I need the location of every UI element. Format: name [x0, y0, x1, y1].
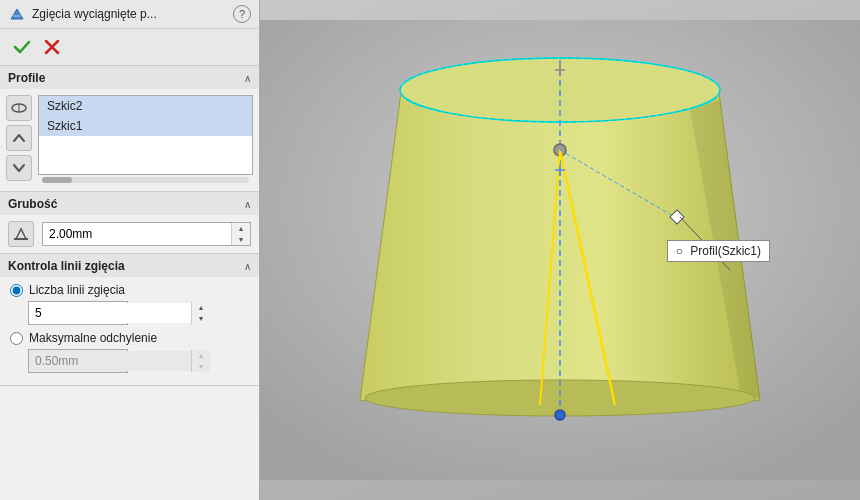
kontrola-section-title: Kontrola linii zgięcia	[8, 259, 125, 273]
shape-icon	[8, 5, 26, 23]
profile-section-title: Profile	[8, 71, 45, 85]
help-icon[interactable]: ?	[233, 5, 251, 23]
grubose-section: Grubość ∧ ▲ ▼	[0, 192, 259, 254]
thickness-down-button[interactable]: ▼	[232, 234, 250, 245]
kontrola-section: Kontrola linii zgięcia ∧ Liczba linii zg…	[0, 254, 259, 386]
profile-list: Szkic2 Szkic1	[39, 96, 252, 136]
thickness-spinner: ▲ ▼	[231, 223, 250, 245]
odchylenie-input	[29, 351, 191, 371]
profile-section-body: Szkic2 Szkic1	[0, 89, 259, 191]
profile-list-item[interactable]: Szkic1	[39, 116, 252, 136]
3d-shape	[260, 0, 860, 500]
profile-scrollbar[interactable]	[42, 177, 249, 183]
odchylenie-spinner-field: ▲ ▼	[28, 349, 128, 373]
confirm-button[interactable]	[10, 35, 34, 59]
3d-viewport[interactable]: ○ Profil(Szkic1)	[260, 0, 860, 500]
kontrola-chevron-icon: ∧	[244, 261, 251, 272]
profile-scrollbar-thumb	[42, 177, 72, 183]
liczba-radio-label: Liczba linii zgięcia	[29, 283, 125, 297]
odchylenie-up-button: ▲	[192, 350, 210, 361]
odchylenie-radio-row: Maksymalne odchylenie	[10, 331, 249, 345]
liczba-radio[interactable]	[10, 284, 23, 297]
thickness-field: ▲ ▼	[42, 222, 251, 246]
thickness-up-button[interactable]: ▲	[232, 223, 250, 234]
kontrola-section-header[interactable]: Kontrola linii zgięcia ∧	[0, 254, 259, 277]
cancel-button[interactable]	[40, 35, 64, 59]
liczba-spinner-field: ▲ ▼	[28, 301, 128, 325]
liczba-input[interactable]	[29, 303, 191, 323]
profile-chevron-icon: ∧	[244, 73, 251, 84]
thickness-input[interactable]	[43, 224, 231, 244]
left-panel: Zgięcia wyciągnięte p... ? Profile ∧	[0, 0, 260, 500]
odchylenie-field: ▲ ▼	[28, 349, 249, 373]
grubose-section-header[interactable]: Grubość ∧	[0, 192, 259, 215]
liczba-field: ▲ ▼	[28, 301, 249, 325]
grubose-chevron-icon: ∧	[244, 199, 251, 210]
kontrola-body: Liczba linii zgięcia ▲ ▼ Maksymalne odch…	[0, 277, 259, 385]
profile-down-button[interactable]	[6, 155, 32, 181]
odchylenie-down-button: ▼	[192, 361, 210, 372]
liczba-down-button[interactable]: ▼	[192, 313, 210, 324]
profile-controls	[6, 95, 32, 185]
svg-point-16	[555, 410, 565, 420]
thickness-tool-icon[interactable]	[8, 221, 34, 247]
svg-marker-4	[16, 229, 26, 239]
odchylenie-radio-label: Maksymalne odchylenie	[29, 331, 157, 345]
action-buttons	[0, 29, 259, 66]
liczba-spinner: ▲ ▼	[191, 302, 210, 324]
profile-list-container: Szkic2 Szkic1	[38, 95, 253, 175]
odchylenie-spinner: ▲ ▼	[191, 350, 210, 372]
profile-up-button[interactable]	[6, 125, 32, 151]
grubose-section-title: Grubość	[8, 197, 57, 211]
profile-shape-button[interactable]	[6, 95, 32, 121]
odchylenie-radio[interactable]	[10, 332, 23, 345]
profile-section-header[interactable]: Profile ∧	[0, 66, 259, 89]
window-title: Zgięcia wyciągnięte p...	[32, 7, 227, 21]
profile-section: Profile ∧	[0, 66, 259, 192]
liczba-up-button[interactable]: ▲	[192, 302, 210, 313]
liczba-radio-row: Liczba linii zgięcia	[10, 283, 249, 297]
title-bar: Zgięcia wyciągnięte p... ?	[0, 0, 259, 29]
profile-list-item[interactable]: Szkic2	[39, 96, 252, 116]
grubose-body: ▲ ▼	[0, 215, 259, 253]
